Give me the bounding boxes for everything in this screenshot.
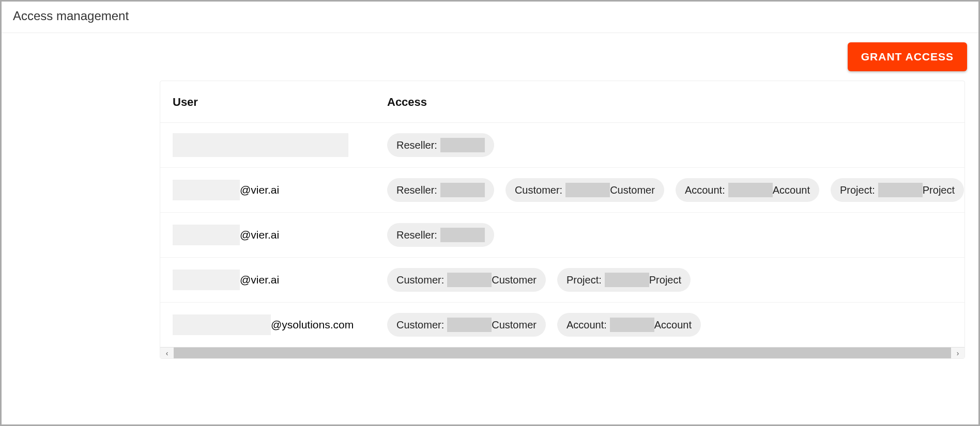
- table-row[interactable]: @ysolutions.comCustomer:CustomerAccount:…: [160, 303, 964, 348]
- chip-kind-label: Project:: [840, 184, 875, 196]
- user-email-suffix: @vier.ai: [240, 274, 279, 286]
- user-redacted: [173, 180, 240, 200]
- access-cell: Reseller:: [375, 213, 964, 258]
- chip-kind-label: Customer:: [396, 319, 444, 331]
- access-chip[interactable]: Account:Account: [557, 313, 701, 337]
- column-header-user: User: [160, 81, 375, 123]
- user-cell: @ysolutions.com: [160, 303, 375, 348]
- table-header-row: User Access: [160, 81, 964, 123]
- chip-value-suffix: Customer: [492, 319, 537, 331]
- access-chip[interactable]: Project:Project: [557, 268, 691, 292]
- chip-value-redacted: [440, 183, 485, 197]
- access-chip[interactable]: Customer:Customer: [387, 313, 546, 337]
- access-cell: Customer:CustomerProject:Project: [375, 258, 964, 303]
- access-table-card: User Access Reseller:@vier.aiReseller:Cu…: [160, 81, 965, 359]
- user-cell: @vier.ai: [160, 258, 375, 303]
- chip-value-suffix: Account: [773, 184, 810, 196]
- chip-value-redacted: [565, 183, 610, 197]
- table-row[interactable]: @vier.aiReseller:: [160, 213, 964, 258]
- chip-kind-label: Reseller:: [396, 229, 437, 241]
- chip-kind-label: Reseller:: [396, 139, 437, 151]
- access-chip[interactable]: Account:Account: [676, 178, 819, 202]
- table-row[interactable]: @vier.aiReseller:Customer:CustomerAccoun…: [160, 168, 964, 213]
- app-frame: Access management GRANT ACCESS User Acce…: [0, 0, 980, 426]
- chip-kind-label: Reseller:: [396, 184, 437, 196]
- user-email-suffix: @vier.ai: [240, 184, 279, 196]
- chip-value-redacted: [440, 138, 485, 152]
- user-email-suffix: @vier.ai: [240, 229, 279, 241]
- horizontal-scrollbar[interactable]: ‹ ›: [160, 347, 964, 358]
- chip-value-redacted: [728, 183, 773, 197]
- access-cell: Customer:CustomerAccount:Account: [375, 303, 964, 348]
- user-cell: @vier.ai: [160, 213, 375, 258]
- table-row[interactable]: Reseller:: [160, 123, 964, 168]
- chip-value-suffix: Customer: [492, 274, 537, 286]
- column-header-access: Access: [375, 81, 964, 123]
- user-redacted: [173, 314, 271, 335]
- scroll-track[interactable]: [174, 348, 951, 358]
- chip-kind-label: Account:: [566, 319, 607, 331]
- user-redacted: [173, 133, 348, 157]
- chip-kind-label: Customer:: [396, 274, 444, 286]
- user-email-suffix: @ysolutions.com: [271, 319, 354, 331]
- chip-value-redacted: [878, 183, 923, 197]
- chip-value-suffix: Project: [649, 274, 681, 286]
- scroll-left-arrow[interactable]: ‹: [160, 348, 174, 358]
- access-chip[interactable]: Reseller:: [387, 178, 494, 202]
- grant-access-button[interactable]: GRANT ACCESS: [848, 42, 967, 71]
- user-cell: [160, 123, 375, 168]
- page-header: Access management: [2, 2, 978, 33]
- access-cell: Reseller:: [375, 123, 964, 168]
- access-chip[interactable]: Customer:Customer: [387, 268, 546, 292]
- user-cell: @vier.ai: [160, 168, 375, 213]
- table-scroll-area[interactable]: User Access Reseller:@vier.aiReseller:Cu…: [160, 81, 964, 347]
- chip-value-redacted: [610, 318, 654, 332]
- access-chip[interactable]: Reseller:: [387, 133, 494, 157]
- access-chip[interactable]: Project:Project: [831, 178, 964, 202]
- access-chip[interactable]: Reseller:: [387, 223, 494, 247]
- access-chip[interactable]: Customer:Customer: [506, 178, 664, 202]
- chip-value-redacted: [447, 273, 492, 287]
- chip-value-redacted: [447, 318, 492, 332]
- access-table: User Access Reseller:@vier.aiReseller:Cu…: [160, 81, 964, 347]
- table-row[interactable]: @vier.aiCustomer:CustomerProject:Project: [160, 258, 964, 303]
- chip-kind-label: Customer:: [515, 184, 562, 196]
- user-redacted: [173, 270, 240, 290]
- chip-value-suffix: Account: [654, 319, 692, 331]
- chip-value-redacted: [605, 273, 649, 287]
- user-redacted: [173, 225, 240, 245]
- scroll-right-arrow[interactable]: ›: [951, 348, 964, 358]
- toolbar: GRANT ACCESS: [2, 33, 978, 73]
- access-cell: Reseller:Customer:CustomerAccount:Accoun…: [375, 168, 964, 213]
- chip-value-suffix: Project: [923, 184, 955, 196]
- chip-kind-label: Account:: [685, 184, 725, 196]
- chip-value-suffix: Customer: [610, 184, 655, 196]
- chip-kind-label: Project:: [566, 274, 602, 286]
- chip-value-redacted: [440, 228, 485, 242]
- page-title: Access management: [13, 9, 967, 23]
